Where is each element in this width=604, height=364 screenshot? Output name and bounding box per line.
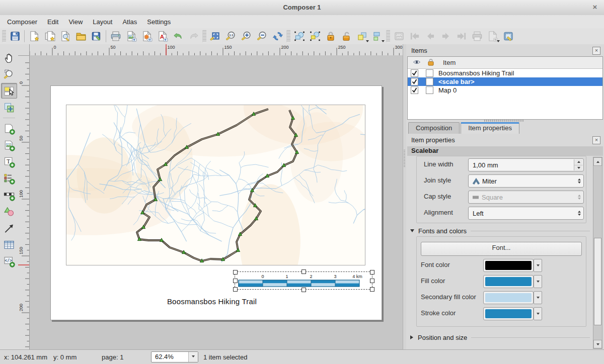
menu-composer[interactable]: Composer bbox=[2, 17, 42, 27]
scroll-up-icon[interactable] bbox=[593, 157, 602, 166]
menu-edit[interactable]: Edit bbox=[42, 17, 63, 27]
undo-button[interactable] bbox=[170, 29, 186, 43]
selection-handle[interactable] bbox=[233, 279, 238, 283]
tab-item-properties[interactable]: Item properties bbox=[461, 122, 519, 134]
unlock-items-button[interactable] bbox=[338, 29, 354, 43]
join-style-combobox[interactable]: Miter bbox=[468, 174, 584, 188]
line-width-spin-buttons[interactable] bbox=[574, 159, 583, 170]
section-toggle-position-and-size[interactable]: Position and size bbox=[410, 333, 590, 342]
alignment-combobox[interactable]: Left bbox=[468, 207, 584, 220]
move-item-content-button[interactable] bbox=[1, 100, 17, 115]
map-item[interactable] bbox=[66, 105, 365, 265]
font-color-swatch-button[interactable] bbox=[483, 259, 534, 272]
export-atlas-button[interactable] bbox=[485, 29, 500, 43]
menu-settings[interactable]: Settings bbox=[142, 17, 176, 27]
stroke-color-swatch-button[interactable] bbox=[483, 307, 534, 320]
add-html-frame-button[interactable]: </> bbox=[1, 253, 17, 269]
raise-items-button[interactable] bbox=[354, 29, 369, 43]
map-title-label[interactable]: Boosmansbos Hiking Trail bbox=[136, 297, 287, 306]
zoom-button[interactable] bbox=[1, 66, 17, 82]
atlas-next-button[interactable] bbox=[438, 29, 454, 43]
secondary-fill-color-swatch-button[interactable] bbox=[483, 291, 534, 304]
scrollbar-thumb[interactable] bbox=[594, 238, 601, 325]
add-new-legend-button[interactable] bbox=[1, 170, 17, 186]
add-new-map-button[interactable] bbox=[1, 121, 17, 136]
print-atlas-button[interactable] bbox=[469, 29, 485, 43]
selection-handle[interactable] bbox=[370, 270, 374, 275]
atlas-first-button[interactable] bbox=[407, 29, 422, 43]
select-move-item-button[interactable] bbox=[1, 83, 17, 99]
selection-handle[interactable] bbox=[233, 270, 238, 275]
group-items-button[interactable] bbox=[291, 29, 307, 43]
ungroup-items-button[interactable] bbox=[307, 29, 323, 43]
selection-handle[interactable] bbox=[370, 287, 374, 292]
print-button[interactable] bbox=[108, 29, 123, 43]
item-row[interactable]: <scale bar> bbox=[408, 77, 602, 86]
color-dropdown-button[interactable] bbox=[534, 291, 542, 304]
add-arrow-button[interactable] bbox=[1, 220, 17, 236]
lock-checkbox[interactable] bbox=[426, 78, 433, 85]
scroll-down-icon[interactable] bbox=[593, 340, 602, 348]
items-panel-close-icon[interactable]: × bbox=[592, 47, 600, 55]
lock-checkbox[interactable] bbox=[426, 86, 433, 94]
window-close-icon[interactable]: × bbox=[591, 3, 599, 11]
visibility-checkbox[interactable] bbox=[411, 78, 418, 85]
redo-button[interactable] bbox=[186, 29, 201, 43]
selection-handle[interactable] bbox=[301, 288, 306, 292]
item-row[interactable]: Map 0 bbox=[408, 86, 602, 95]
menu-layout[interactable]: Layout bbox=[88, 17, 117, 27]
visibility-checkbox[interactable] bbox=[411, 69, 418, 77]
tab-composition[interactable]: Composition bbox=[408, 122, 460, 134]
fill-color-swatch-button[interactable] bbox=[483, 275, 534, 288]
menu-atlas[interactable]: Atlas bbox=[117, 17, 142, 27]
zoom-level-combobox[interactable]: 62.4% bbox=[151, 351, 198, 362]
item-properties-close-icon[interactable]: × bbox=[592, 136, 600, 144]
line-width-spinbox[interactable]: 1,00 mm bbox=[468, 158, 584, 171]
composition-manager-button[interactable] bbox=[57, 29, 73, 43]
refresh-button[interactable] bbox=[270, 29, 285, 43]
save-button[interactable] bbox=[7, 29, 23, 43]
svg-text:0: 0 bbox=[19, 81, 24, 84]
selection-handle[interactable] bbox=[301, 269, 306, 274]
composition-page[interactable]: 01234 km Boosmansbos Hiking Trail bbox=[50, 85, 382, 320]
duplicate-composition-button[interactable] bbox=[42, 29, 57, 43]
scalebar-item[interactable]: 01234 km bbox=[235, 271, 372, 290]
color-dropdown-button[interactable] bbox=[534, 275, 542, 288]
lock-items-button[interactable] bbox=[323, 29, 338, 43]
zoom-actual-button[interactable]: 1:1 bbox=[223, 29, 239, 43]
add-new-label-button[interactable]: T bbox=[1, 154, 17, 169]
open-button[interactable] bbox=[73, 29, 89, 43]
color-dropdown-button[interactable] bbox=[534, 307, 542, 320]
zoom-full-button[interactable] bbox=[207, 29, 223, 43]
add-image-button[interactable] bbox=[1, 137, 17, 153]
atlas-prev-button[interactable] bbox=[422, 29, 438, 43]
add-attribute-table-button[interactable] bbox=[1, 237, 17, 252]
export-as-image-button[interactable] bbox=[123, 29, 139, 43]
composer-canvas[interactable]: 01234 km Boosmansbos Hiking Trail bbox=[30, 55, 403, 350]
font-button[interactable]: Font... bbox=[421, 242, 582, 256]
add-new-scalebar-button[interactable] bbox=[1, 187, 17, 203]
properties-scrollbar[interactable] bbox=[593, 157, 602, 349]
selection-handle[interactable] bbox=[370, 279, 374, 283]
svg-text:0: 0 bbox=[54, 45, 56, 50]
fonts-and-colors-section-toggle[interactable]: Fonts and colors bbox=[410, 226, 590, 235]
atlas-last-button[interactable] bbox=[454, 29, 469, 43]
panel-resize-grip[interactable] bbox=[484, 120, 524, 122]
selection-handle[interactable] bbox=[233, 287, 238, 292]
zoom-out-button[interactable] bbox=[254, 29, 270, 43]
align-items-button[interactable] bbox=[369, 29, 385, 43]
export-as-pdf-button[interactable]: A bbox=[155, 29, 170, 43]
item-row[interactable]: Boosmansbos Hiking Trail bbox=[408, 69, 602, 77]
save-as-template-button[interactable] bbox=[89, 29, 104, 43]
visibility-checkbox[interactable] bbox=[411, 86, 418, 94]
zoom-in-button[interactable] bbox=[239, 29, 254, 43]
lock-checkbox[interactable] bbox=[426, 69, 433, 77]
pan-button[interactable] bbox=[1, 50, 17, 65]
new-composition-button[interactable] bbox=[26, 29, 42, 43]
add-basic-shape-button[interactable] bbox=[1, 204, 17, 219]
menu-view[interactable]: View bbox=[63, 17, 88, 27]
atlas-preview-button[interactable] bbox=[391, 29, 407, 43]
export-as-svg-button[interactable] bbox=[139, 29, 155, 43]
color-dropdown-button[interactable] bbox=[534, 259, 542, 272]
atlas-settings-button[interactable] bbox=[500, 29, 516, 43]
